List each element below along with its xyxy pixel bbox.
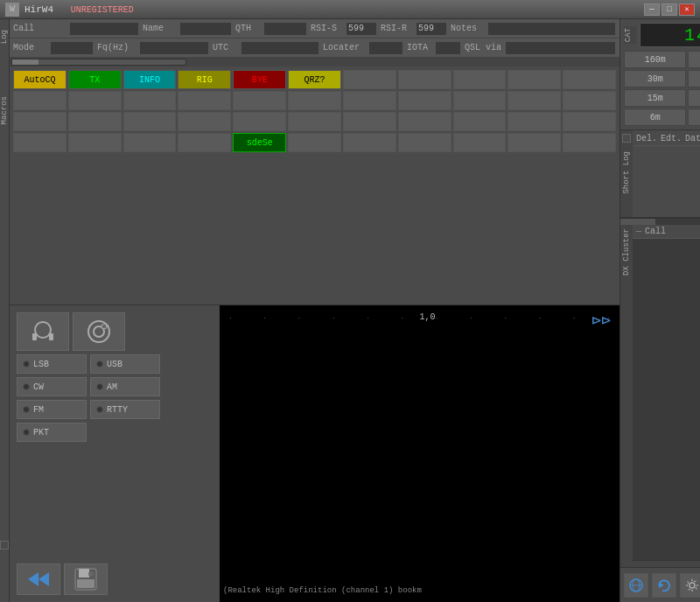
fm-button[interactable]: FM bbox=[17, 400, 87, 419]
dx-cluster-scrollbar[interactable] bbox=[633, 560, 700, 567]
band-btn-12m[interactable]: 12m bbox=[688, 89, 700, 107]
macro-btn-row1-0[interactable]: AutoCQ bbox=[13, 70, 66, 89]
call-label: Call bbox=[13, 24, 66, 33]
macro-btn-row4-1[interactable] bbox=[68, 133, 122, 152]
mode-input[interactable] bbox=[50, 41, 94, 55]
macro-btn-row4-9[interactable] bbox=[508, 133, 561, 152]
iota-input[interactable] bbox=[435, 41, 461, 55]
macro-btn-row1-3[interactable]: RIG bbox=[178, 70, 231, 89]
macro-btn-row1-1[interactable]: TX bbox=[68, 70, 122, 89]
macro-btn-row3-2[interactable] bbox=[123, 112, 177, 131]
macro-btn-row4-7[interactable] bbox=[398, 133, 452, 152]
utc-input[interactable] bbox=[241, 41, 319, 55]
short-log-scrollbar[interactable] bbox=[620, 218, 700, 225]
macro-btn-row4-8[interactable] bbox=[453, 133, 507, 152]
cat-frequency-display: 14:070.000 bbox=[640, 23, 700, 47]
rsir-input[interactable] bbox=[416, 22, 447, 36]
macro-btn-row3-3[interactable] bbox=[178, 112, 231, 131]
macro-btn-row4-0[interactable] bbox=[13, 133, 66, 152]
am-button[interactable]: AM bbox=[90, 377, 160, 396]
macro-btn-row1-2[interactable]: INFO bbox=[123, 70, 177, 89]
rig-icon-button[interactable] bbox=[17, 312, 69, 351]
macro-btn-row4-5[interactable] bbox=[288, 133, 341, 152]
macro-btn-row1-5[interactable]: QRZ? bbox=[288, 70, 341, 89]
macro-btn-row1-8[interactable] bbox=[453, 70, 507, 89]
dx-call-header: Call bbox=[645, 227, 699, 236]
macro-btn-row3-8[interactable] bbox=[453, 112, 507, 131]
band-btn-20m[interactable]: ●20m bbox=[688, 70, 700, 88]
macro-btn-row4-4[interactable]: sdeSe bbox=[233, 133, 286, 152]
macro-btn-row2-6[interactable] bbox=[343, 91, 396, 110]
macro-btn-row4-2[interactable] bbox=[123, 133, 177, 152]
macro-btn-row3-0[interactable] bbox=[13, 112, 66, 131]
save-button[interactable] bbox=[64, 564, 108, 595]
macro-btn-row2-10[interactable] bbox=[563, 91, 616, 110]
audio-icon-button[interactable] bbox=[73, 312, 125, 351]
macro-btn-row3-5[interactable] bbox=[288, 112, 341, 131]
rtty-button[interactable]: RTTY bbox=[90, 400, 160, 419]
mode-label: Mode bbox=[13, 43, 46, 52]
maximize-button[interactable]: □ bbox=[662, 4, 677, 16]
mode-row-3: FM RTTY bbox=[17, 400, 213, 419]
macro-btn-row1-7[interactable] bbox=[398, 70, 452, 89]
macro-btn-row3-6[interactable] bbox=[343, 112, 396, 131]
name-input[interactable] bbox=[179, 22, 232, 36]
macro-btn-row2-7[interactable] bbox=[398, 91, 452, 110]
settings-icon-button[interactable] bbox=[680, 573, 700, 598]
macro-btn-row2-2[interactable] bbox=[123, 91, 177, 110]
dx-cluster-sidebar: DX Cluster bbox=[620, 225, 633, 567]
edt-col-header: Edt. bbox=[661, 134, 682, 144]
dx-cluster-label: DX Cluster bbox=[622, 228, 631, 276]
dx-cluster-section: DX Cluster — Call Spotter Fq bbox=[620, 225, 700, 567]
network-icon-button[interactable] bbox=[624, 573, 648, 598]
band-btn-80m[interactable]: 80m bbox=[688, 51, 700, 68]
back-button[interactable] bbox=[17, 564, 60, 595]
pkt-button[interactable]: PKT bbox=[17, 423, 87, 442]
macro-btn-row1-9[interactable] bbox=[508, 70, 561, 89]
macro-btn-row4-10[interactable] bbox=[563, 133, 616, 152]
macro-btn-row1-6[interactable] bbox=[343, 70, 396, 89]
band-btn-30m[interactable]: 30m bbox=[624, 70, 686, 88]
macro-row-row4: sdeSe bbox=[13, 133, 616, 152]
minimize-button[interactable]: — bbox=[644, 4, 660, 16]
macro-btn-row3-10[interactable] bbox=[563, 112, 616, 131]
macro-btn-row2-1[interactable] bbox=[68, 91, 122, 110]
close-button[interactable]: ✕ bbox=[679, 4, 695, 16]
refresh-icon-button[interactable] bbox=[652, 573, 676, 598]
macro-btn-row1-10[interactable] bbox=[563, 70, 616, 89]
usb-led bbox=[96, 360, 103, 368]
qth-input[interactable] bbox=[263, 22, 307, 36]
macro-btn-row2-3[interactable] bbox=[178, 91, 231, 110]
macro-btn-row3-1[interactable] bbox=[68, 112, 122, 131]
short-log-content: Del. Edt. Date Time End Time Fr bbox=[633, 130, 700, 217]
band-btn-4m[interactable]: 4m bbox=[688, 108, 700, 126]
band-btn-6m[interactable]: 6m bbox=[624, 108, 686, 126]
macro-btn-row4-6[interactable] bbox=[343, 133, 396, 152]
short-log-header: Del. Edt. Date Time End Time Fr bbox=[634, 132, 700, 146]
mode-row-2: CW AM bbox=[17, 377, 213, 396]
macro-btn-row3-4[interactable] bbox=[233, 112, 286, 131]
cw-button[interactable]: CW bbox=[17, 377, 87, 396]
del-col-header: Del. bbox=[636, 134, 657, 144]
macro-btn-row3-7[interactable] bbox=[398, 112, 452, 131]
band-btn-160m[interactable]: 160m bbox=[624, 51, 686, 68]
qsl-via-input[interactable] bbox=[505, 41, 616, 55]
macro-btn-row2-8[interactable] bbox=[453, 91, 507, 110]
macro-btn-row3-9[interactable] bbox=[508, 112, 561, 131]
band-btn-15m[interactable]: 15m bbox=[624, 89, 686, 107]
macro-btn-row2-0[interactable] bbox=[13, 91, 66, 110]
macro-btn-row4-3[interactable] bbox=[178, 133, 231, 152]
macro-btn-row1-4[interactable]: BYE bbox=[233, 70, 286, 89]
lsb-led bbox=[23, 360, 30, 368]
call-input[interactable] bbox=[69, 22, 139, 36]
usb-button[interactable]: USB bbox=[90, 354, 160, 374]
rsis-input[interactable] bbox=[346, 22, 377, 36]
macro-btn-row2-5[interactable] bbox=[288, 91, 341, 110]
locater-input[interactable] bbox=[368, 41, 403, 55]
macro-btn-row2-9[interactable] bbox=[508, 91, 561, 110]
macro-btn-row2-4[interactable] bbox=[233, 91, 286, 110]
lsb-button[interactable]: LSB bbox=[17, 354, 87, 374]
notes-input[interactable] bbox=[487, 22, 616, 36]
dx-cluster-rows bbox=[633, 239, 700, 560]
fq-input[interactable] bbox=[139, 41, 209, 55]
